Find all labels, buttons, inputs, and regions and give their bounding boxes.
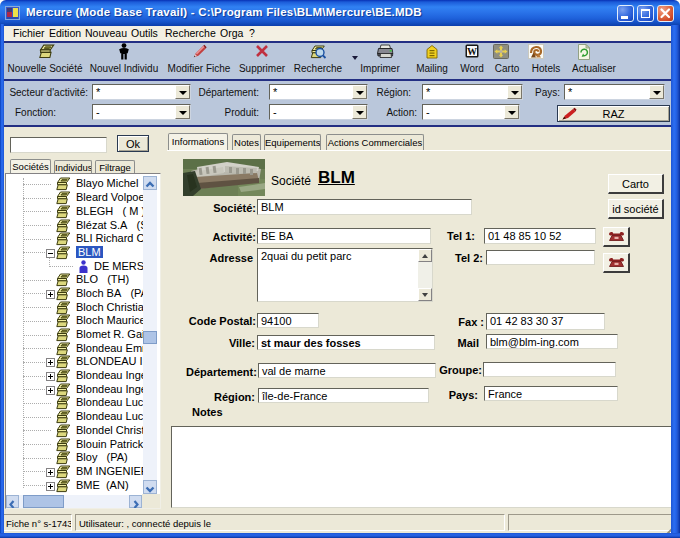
svg-text:W: W bbox=[467, 46, 477, 57]
